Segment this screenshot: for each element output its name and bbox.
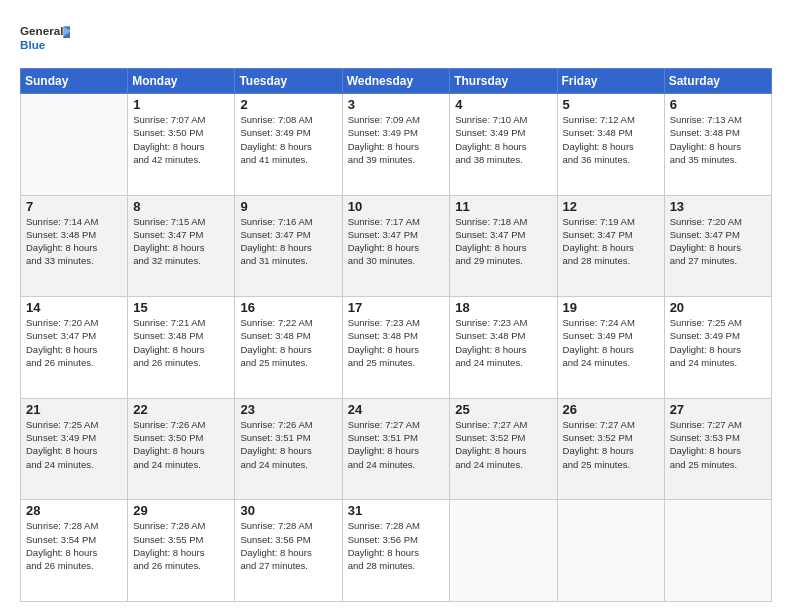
day-info: Sunrise: 7:15 AMSunset: 3:47 PMDaylight:… (133, 215, 229, 268)
calendar-cell: 2Sunrise: 7:08 AMSunset: 3:49 PMDaylight… (235, 94, 342, 196)
weekday-header-wednesday: Wednesday (342, 69, 450, 94)
calendar-cell: 25Sunrise: 7:27 AMSunset: 3:52 PMDayligh… (450, 398, 557, 500)
day-info: Sunrise: 7:09 AMSunset: 3:49 PMDaylight:… (348, 113, 445, 166)
calendar-cell: 4Sunrise: 7:10 AMSunset: 3:49 PMDaylight… (450, 94, 557, 196)
calendar-cell: 29Sunrise: 7:28 AMSunset: 3:55 PMDayligh… (128, 500, 235, 602)
calendar-cell: 1Sunrise: 7:07 AMSunset: 3:50 PMDaylight… (128, 94, 235, 196)
day-info: Sunrise: 7:28 AMSunset: 3:56 PMDaylight:… (348, 519, 445, 572)
day-number: 1 (133, 97, 229, 112)
calendar-week-5: 28Sunrise: 7:28 AMSunset: 3:54 PMDayligh… (21, 500, 772, 602)
svg-text:General: General (20, 25, 63, 38)
calendar-cell: 6Sunrise: 7:13 AMSunset: 3:48 PMDaylight… (664, 94, 771, 196)
calendar-cell: 28Sunrise: 7:28 AMSunset: 3:54 PMDayligh… (21, 500, 128, 602)
day-info: Sunrise: 7:22 AMSunset: 3:48 PMDaylight:… (240, 316, 336, 369)
calendar-cell: 7Sunrise: 7:14 AMSunset: 3:48 PMDaylight… (21, 195, 128, 297)
day-number: 9 (240, 199, 336, 214)
day-number: 27 (670, 402, 766, 417)
weekday-header-sunday: Sunday (21, 69, 128, 94)
calendar-cell: 18Sunrise: 7:23 AMSunset: 3:48 PMDayligh… (450, 297, 557, 399)
page: General Blue SundayMondayTuesdayWednesda… (0, 0, 792, 612)
day-number: 23 (240, 402, 336, 417)
calendar-cell: 12Sunrise: 7:19 AMSunset: 3:47 PMDayligh… (557, 195, 664, 297)
day-number: 25 (455, 402, 551, 417)
calendar-cell: 11Sunrise: 7:18 AMSunset: 3:47 PMDayligh… (450, 195, 557, 297)
day-number: 22 (133, 402, 229, 417)
day-info: Sunrise: 7:07 AMSunset: 3:50 PMDaylight:… (133, 113, 229, 166)
day-number: 21 (26, 402, 122, 417)
day-number: 28 (26, 503, 122, 518)
day-number: 24 (348, 402, 445, 417)
day-info: Sunrise: 7:10 AMSunset: 3:49 PMDaylight:… (455, 113, 551, 166)
day-info: Sunrise: 7:26 AMSunset: 3:50 PMDaylight:… (133, 418, 229, 471)
day-number: 20 (670, 300, 766, 315)
day-number: 8 (133, 199, 229, 214)
calendar-cell (557, 500, 664, 602)
calendar-cell: 17Sunrise: 7:23 AMSunset: 3:48 PMDayligh… (342, 297, 450, 399)
day-info: Sunrise: 7:20 AMSunset: 3:47 PMDaylight:… (670, 215, 766, 268)
day-info: Sunrise: 7:27 AMSunset: 3:52 PMDaylight:… (563, 418, 659, 471)
calendar-cell: 22Sunrise: 7:26 AMSunset: 3:50 PMDayligh… (128, 398, 235, 500)
weekday-header-tuesday: Tuesday (235, 69, 342, 94)
day-info: Sunrise: 7:17 AMSunset: 3:47 PMDaylight:… (348, 215, 445, 268)
calendar-table: SundayMondayTuesdayWednesdayThursdayFrid… (20, 68, 772, 602)
calendar-week-3: 14Sunrise: 7:20 AMSunset: 3:47 PMDayligh… (21, 297, 772, 399)
day-number: 11 (455, 199, 551, 214)
day-number: 26 (563, 402, 659, 417)
calendar-cell: 19Sunrise: 7:24 AMSunset: 3:49 PMDayligh… (557, 297, 664, 399)
calendar-week-4: 21Sunrise: 7:25 AMSunset: 3:49 PMDayligh… (21, 398, 772, 500)
day-number: 4 (455, 97, 551, 112)
calendar-cell: 20Sunrise: 7:25 AMSunset: 3:49 PMDayligh… (664, 297, 771, 399)
day-number: 3 (348, 97, 445, 112)
day-number: 30 (240, 503, 336, 518)
logo-svg: General Blue (20, 18, 70, 58)
calendar-week-2: 7Sunrise: 7:14 AMSunset: 3:48 PMDaylight… (21, 195, 772, 297)
calendar-cell: 9Sunrise: 7:16 AMSunset: 3:47 PMDaylight… (235, 195, 342, 297)
day-info: Sunrise: 7:13 AMSunset: 3:48 PMDaylight:… (670, 113, 766, 166)
calendar-week-1: 1Sunrise: 7:07 AMSunset: 3:50 PMDaylight… (21, 94, 772, 196)
day-number: 19 (563, 300, 659, 315)
calendar-cell: 26Sunrise: 7:27 AMSunset: 3:52 PMDayligh… (557, 398, 664, 500)
day-info: Sunrise: 7:25 AMSunset: 3:49 PMDaylight:… (670, 316, 766, 369)
day-info: Sunrise: 7:21 AMSunset: 3:48 PMDaylight:… (133, 316, 229, 369)
day-number: 12 (563, 199, 659, 214)
logo: General Blue (20, 18, 70, 58)
day-info: Sunrise: 7:23 AMSunset: 3:48 PMDaylight:… (455, 316, 551, 369)
calendar-body: 1Sunrise: 7:07 AMSunset: 3:50 PMDaylight… (21, 94, 772, 602)
day-number: 13 (670, 199, 766, 214)
day-info: Sunrise: 7:27 AMSunset: 3:53 PMDaylight:… (670, 418, 766, 471)
day-info: Sunrise: 7:24 AMSunset: 3:49 PMDaylight:… (563, 316, 659, 369)
day-info: Sunrise: 7:18 AMSunset: 3:47 PMDaylight:… (455, 215, 551, 268)
day-number: 17 (348, 300, 445, 315)
day-number: 16 (240, 300, 336, 315)
calendar-cell (21, 94, 128, 196)
calendar-cell: 31Sunrise: 7:28 AMSunset: 3:56 PMDayligh… (342, 500, 450, 602)
day-number: 6 (670, 97, 766, 112)
calendar-cell: 16Sunrise: 7:22 AMSunset: 3:48 PMDayligh… (235, 297, 342, 399)
calendar-cell: 14Sunrise: 7:20 AMSunset: 3:47 PMDayligh… (21, 297, 128, 399)
day-info: Sunrise: 7:27 AMSunset: 3:51 PMDaylight:… (348, 418, 445, 471)
day-info: Sunrise: 7:14 AMSunset: 3:48 PMDaylight:… (26, 215, 122, 268)
day-info: Sunrise: 7:25 AMSunset: 3:49 PMDaylight:… (26, 418, 122, 471)
day-info: Sunrise: 7:16 AMSunset: 3:47 PMDaylight:… (240, 215, 336, 268)
day-number: 31 (348, 503, 445, 518)
calendar-cell: 24Sunrise: 7:27 AMSunset: 3:51 PMDayligh… (342, 398, 450, 500)
calendar-cell: 13Sunrise: 7:20 AMSunset: 3:47 PMDayligh… (664, 195, 771, 297)
day-number: 5 (563, 97, 659, 112)
calendar-cell: 27Sunrise: 7:27 AMSunset: 3:53 PMDayligh… (664, 398, 771, 500)
day-info: Sunrise: 7:12 AMSunset: 3:48 PMDaylight:… (563, 113, 659, 166)
calendar-cell: 10Sunrise: 7:17 AMSunset: 3:47 PMDayligh… (342, 195, 450, 297)
day-number: 15 (133, 300, 229, 315)
calendar-cell: 23Sunrise: 7:26 AMSunset: 3:51 PMDayligh… (235, 398, 342, 500)
calendar-cell: 30Sunrise: 7:28 AMSunset: 3:56 PMDayligh… (235, 500, 342, 602)
day-number: 29 (133, 503, 229, 518)
weekday-header-saturday: Saturday (664, 69, 771, 94)
calendar-cell: 8Sunrise: 7:15 AMSunset: 3:47 PMDaylight… (128, 195, 235, 297)
day-number: 14 (26, 300, 122, 315)
day-info: Sunrise: 7:27 AMSunset: 3:52 PMDaylight:… (455, 418, 551, 471)
day-number: 2 (240, 97, 336, 112)
day-info: Sunrise: 7:20 AMSunset: 3:47 PMDaylight:… (26, 316, 122, 369)
calendar-cell: 3Sunrise: 7:09 AMSunset: 3:49 PMDaylight… (342, 94, 450, 196)
calendar-cell (450, 500, 557, 602)
day-number: 7 (26, 199, 122, 214)
weekday-header-friday: Friday (557, 69, 664, 94)
